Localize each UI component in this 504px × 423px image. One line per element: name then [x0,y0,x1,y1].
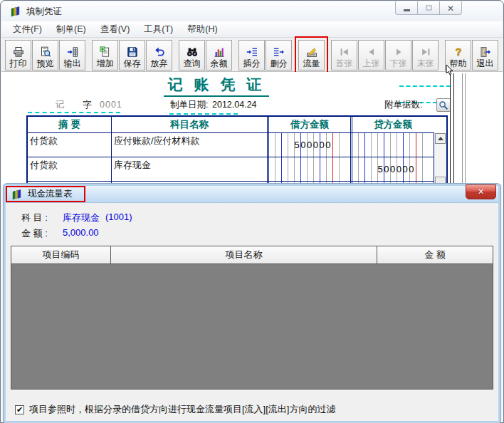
flow-pen-icon [306,45,317,58]
voucher-cell-credit[interactable]: 500000 [350,157,434,181]
discard-button[interactable]: 放弃 [146,40,172,70]
toolbar-group: 查询余额 [179,40,233,70]
voucher-cell-account[interactable]: 应付账款/应付材料款 [111,133,267,157]
menu-item-view[interactable]: 查看(V) [93,21,137,38]
direction-filter-label: 项目参照时，根据分录的借贷方向进行现金流量项目[流入][流出]方向的过滤 [29,403,335,416]
exit-button-label: 退出 [477,58,494,69]
voucher-scrollbar[interactable] [434,132,446,184]
cashflow-items-table: 项目编码项目名称金 额 [11,246,493,390]
cashflow-column-header: 项目编码 [11,246,111,264]
first-button-label: 首张 [336,58,353,69]
check-icon: ✔ [16,406,23,414]
voucher-cell-summary[interactable]: 付货款 [28,157,111,181]
voucher-title-wrap: 记 账 凭 证 [1,75,431,97]
pane-splitter-line [465,73,466,184]
window-controls [396,1,462,15]
query-button[interactable]: 查询 [179,40,205,70]
preview-button-label: 预览 [37,58,54,69]
first-button: 首张 [331,40,357,70]
menu-item-tools[interactable]: 工具(T) [137,21,180,38]
print-button-label: 打印 [10,58,27,69]
exit-button[interactable]: 退出 [472,40,498,70]
balance-button[interactable]: 余额 [206,40,232,70]
preview-icon [40,45,51,58]
restore-button[interactable] [417,1,440,15]
voucher-date-value[interactable]: 2012.04.24 [212,100,257,110]
menu-item-help[interactable]: 帮助(H) [180,21,224,38]
discard-button-label: 放弃 [151,58,168,69]
voucher-column-header: 摘 要 [28,117,111,132]
paper-edge-line [453,73,454,184]
dashed-line [399,85,451,87]
voucher-cell-debit[interactable] [267,157,350,181]
voucher-cell-credit[interactable] [350,133,434,157]
voucher-row: 付货款库存现金500000 [28,157,446,181]
delete-line-icon [273,45,285,58]
subject-value: 库存现金 [63,212,100,224]
cashflow-column-header: 金 额 [377,246,493,264]
print-button[interactable]: 打印 [5,40,31,70]
export-button[interactable]: 输出 [59,40,85,70]
direction-filter-row: ✔ 项目参照时，根据分录的借贷方向进行现金流量项目[流入][流出]方向的过滤 [15,403,335,416]
cash-flow-button[interactable]: 流量 [298,40,325,70]
magnifier-icon [439,100,448,110]
voucher-row: 付货款应付账款/应付材料款500000 [28,132,446,157]
next-button-label: 下张 [390,58,407,69]
dashed-line [28,112,120,113]
window-title: 填制凭证 [26,6,62,18]
preview-button[interactable]: 预览 [32,40,58,70]
restore-icon [426,5,432,11]
voucher-column-header: 贷方金额 [350,117,434,132]
voucher-table-header-row: 摘 要科目名称借方金额贷方金额 [28,117,446,132]
prev-icon [366,45,377,58]
next-icon [393,45,404,58]
subject-label: 科 目 : [21,212,48,224]
attachments-lookup-button[interactable] [436,98,451,112]
delete-line-button-label: 删分 [271,58,288,69]
toolbar: 打印预览输出增加保存放弃查询余额插分删分流量首张上张下张末张?帮助退出 [1,38,503,72]
amount-label: 金 额 : [21,227,48,240]
close-icon [447,1,454,14]
voucher-area: 记 账 凭 证 记 字 0001 制单日期: 2012.04.24 附单据数: … [1,72,503,184]
dialog-close-button[interactable] [466,184,496,199]
voucher-word-suffix: 字 [83,99,92,111]
cash-flow-button-label: 流量 [303,58,320,69]
last-button-label: 末张 [417,58,434,69]
ledger-book-icon [11,189,23,200]
minimize-button[interactable] [395,1,418,15]
scroll-up-button[interactable] [435,133,446,144]
toolbar-group: 打印预览输出 [5,40,86,70]
screen: 填制凭证 文件(F)制单(E)查看(V)工具(T)帮助(H) 打印预览输出增加保… [0,0,504,423]
last-icon [420,45,431,58]
dialog-titlebar[interactable]: 现金流量表 [6,186,498,203]
minimize-icon [404,9,410,11]
add-button[interactable]: 增加 [92,40,118,70]
printer-icon [13,45,24,58]
voucher-number[interactable]: 0001 [100,100,122,110]
ledger-book-icon [10,6,21,17]
prev-button-label: 上张 [363,58,380,69]
amount-value: 5,000.00 [63,227,99,238]
close-button[interactable] [439,1,462,15]
binoculars-icon [187,45,198,58]
query-button-label: 查询 [184,58,201,69]
voucher-column-header: 借方金额 [267,117,350,132]
delete-line-button[interactable]: 删分 [266,40,292,70]
voucher-cell-debit[interactable]: 500000 [267,133,350,157]
voucher-title: 记 账 凭 证 [164,75,270,97]
menu-item-voucher[interactable]: 制单(E) [49,21,93,38]
balance-button-label: 余额 [211,58,228,69]
save-button-label: 保存 [124,58,141,69]
subject-code: (1001) [105,212,132,222]
question-icon: ? [453,45,464,58]
menu-item-file[interactable]: 文件(F) [6,21,49,38]
voucher-cell-account[interactable]: 库存现金 [111,157,267,181]
save-button[interactable]: 保存 [119,40,145,70]
prev-button: 上张 [358,40,384,70]
insert-line-button[interactable]: 插分 [238,40,265,70]
direction-filter-checkbox[interactable]: ✔ [15,405,24,414]
export-button-label: 输出 [64,58,81,69]
toolbar-group: 流量 [298,40,325,70]
voucher-date-label: 制单日期: [170,99,208,111]
voucher-cell-summary[interactable]: 付货款 [28,133,111,157]
